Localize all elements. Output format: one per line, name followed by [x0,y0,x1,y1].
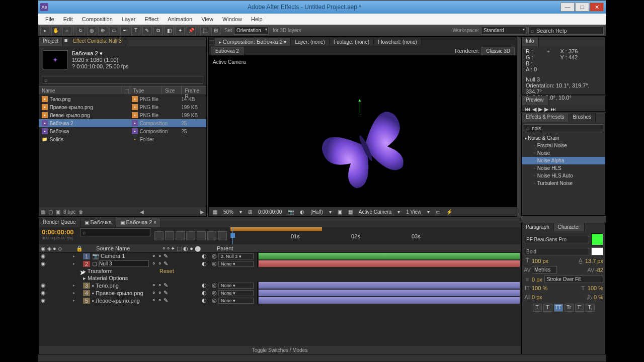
close-button[interactable]: ✕ [590,3,604,12]
grid-icon[interactable]: ▦ [211,209,219,215]
effects-group[interactable]: Noise & Grain [522,134,605,142]
timeline-search-input[interactable] [80,228,150,236]
tab-flowchart[interactable]: Flowchart: (none) [374,38,422,46]
type-tool-icon[interactable]: T [131,26,140,35]
puppet-tool-icon[interactable]: 📌 [187,26,196,35]
rect-tool-icon[interactable]: ▭ [109,26,118,35]
small-caps-button[interactable]: Tr [565,304,574,312]
timeline-layer[interactable]: ◉▸1📷 Camera 1⚬ ⚬ ✎◐◎ 2. Null 3 ▾ [39,252,521,260]
orientation-select[interactable]: Orientation [234,27,269,35]
hscale-input[interactable]: 100 % [588,285,603,291]
project-item[interactable]: 📁Solids▪Folder [39,135,206,143]
graph-editor-icon[interactable] [207,231,216,240]
tab-character[interactable]: Character [554,223,585,231]
maximize-button[interactable]: □ [575,3,589,12]
effect-item[interactable]: Noise HLS Auto [522,172,605,179]
effect-item[interactable]: Noise Alpha [522,157,605,164]
zoom-tool-icon[interactable]: ⌕ [62,26,71,35]
menu-layer[interactable]: Layer [118,15,140,24]
play-icon[interactable]: ▶ [538,106,542,113]
leading-input[interactable]: 13.7 px [585,258,603,264]
playhead[interactable] [232,227,233,244]
res-icon[interactable]: ⊞ [246,209,254,215]
superscript-button[interactable]: T' [575,304,584,312]
tab-effects[interactable]: Effects & Presets [522,113,569,122]
tab-effect-controls[interactable]: Effect Controls: Null 3 [69,37,126,46]
project-item[interactable]: ▪Правое-крыло.png▪PNG file199 KB [39,103,206,111]
tab-composition[interactable]: ▸ Composition: Бабочка 2 ▾ [215,38,291,46]
draft3d-icon[interactable] [165,231,174,240]
clone-tool-icon[interactable]: ⧉ [153,26,163,35]
tab-comp-babochka[interactable]: ▣ Бабочка [80,218,116,227]
tab-footage[interactable]: Footage: (none) [330,38,374,46]
effects-search-input[interactable] [524,124,603,132]
selection-tool-icon[interactable]: ▸ [40,26,49,35]
fast-preview-icon[interactable]: ⚡ [444,209,454,215]
toggle-switches[interactable]: Toggle Switches / Modes [252,347,308,353]
tab-info[interactable]: Info [522,37,539,46]
rotate-tool-icon[interactable]: ↻ [76,26,85,35]
menu-composition[interactable]: Composition [78,15,117,24]
font-size-input[interactable]: 100 px [532,258,548,264]
all-caps-button[interactable]: TT [554,304,563,312]
faux-bold-button[interactable]: T [533,304,542,312]
effect-item[interactable]: Noise [522,149,605,157]
menu-animation[interactable]: Animation [164,15,196,24]
timeline-layer[interactable]: ◉▸2▢ ⚬ ⚬ ✎◐◎ None ▾ [39,260,521,267]
menu-help[interactable]: Help [247,15,267,24]
pixel-aspect-icon[interactable]: ▭ [434,209,442,215]
time-ruler[interactable]: 01s 02s 03s [230,227,521,244]
tsume-input[interactable]: 0 % [594,294,603,300]
effect-item[interactable]: Noise HLS [522,164,605,172]
bpc-icon[interactable]: ▦ [41,209,45,215]
eraser-tool-icon[interactable]: ◧ [165,26,174,35]
trash-icon[interactable]: 🗑 [78,209,84,215]
camera-tool-icon[interactable]: ◎ [87,26,96,35]
stroke-option-select[interactable]: Stroke Over Fill [544,276,603,283]
snapshot-icon[interactable]: 📷 [286,209,296,215]
frame-blend-icon[interactable] [176,231,185,240]
vscale-input[interactable]: 100 % [532,285,547,291]
hand-tool-icon[interactable]: ✋ [51,26,60,35]
baseline-input[interactable]: 0 px [532,294,542,300]
tab-project[interactable]: Project [39,37,63,46]
resolution-select[interactable]: (Half) [308,209,325,215]
brush-tool-icon[interactable]: ✎ [142,26,151,35]
world-axis-icon[interactable]: ⊞ [211,26,220,35]
font-weight-select[interactable]: Bold [524,248,589,255]
tab-layer[interactable]: Layer: (none) [291,38,329,46]
prev-frame-icon[interactable]: ◀ [532,106,536,113]
timeline-layer[interactable]: ◉▸5▪ Левое-крыло.png⚬ ⚬ ✎◐◎ None ▾ [39,297,521,304]
search-help-input[interactable]: Search Help [528,27,604,35]
project-item[interactable]: ▪Бабочка▪Composition25 [39,127,206,135]
comp-subtab[interactable]: Бабочка 2 [211,47,244,55]
tab-paragraph[interactable]: Paragraph [522,223,554,231]
local-axis-icon[interactable]: ⬚ [200,26,209,35]
channels-icon[interactable]: ◐ [298,209,306,215]
menu-window[interactable]: Window [218,15,246,24]
minimize-button[interactable]: — [560,3,575,12]
font-family-select[interactable]: PF BeauSans Pro [524,236,589,243]
kerning-select[interactable]: Metrics [532,266,557,274]
project-search-input[interactable] [42,76,203,84]
current-time[interactable]: 0:00:00:00 00000 (25.00 fps) [39,227,79,244]
pan-behind-tool-icon[interactable]: ⊕ [98,26,107,35]
fill-color-swatch[interactable] [591,233,603,245]
composition-viewer[interactable]: Active Camera [209,55,517,207]
pen-tool-icon[interactable]: ✒ [120,26,129,35]
auto-keyframe-icon[interactable] [218,231,227,240]
roi-icon[interactable]: ▣ [336,209,344,215]
project-item[interactable]: ▪Бабочка 2▪Composition25 [39,119,206,127]
tab-preview[interactable]: Preview [522,96,548,105]
subscript-button[interactable]: T, [586,304,595,312]
effect-item[interactable]: Fractal Noise [522,142,605,149]
menu-file[interactable]: File [41,15,58,24]
camera-select[interactable]: Active Camera [357,209,394,215]
menu-edit[interactable]: Edit [59,15,77,24]
menu-effect[interactable]: Effect [140,15,163,24]
effect-item[interactable]: Turbulent Noise [522,179,605,187]
prop-transform[interactable]: ▸ TransformReset [39,267,521,275]
tab-brushes[interactable]: Brushes [569,113,596,122]
renderer-select[interactable]: Classic 3D [481,47,515,55]
project-item[interactable]: ▪Левое-крыло.png▪PNG file199 KB [39,111,206,119]
